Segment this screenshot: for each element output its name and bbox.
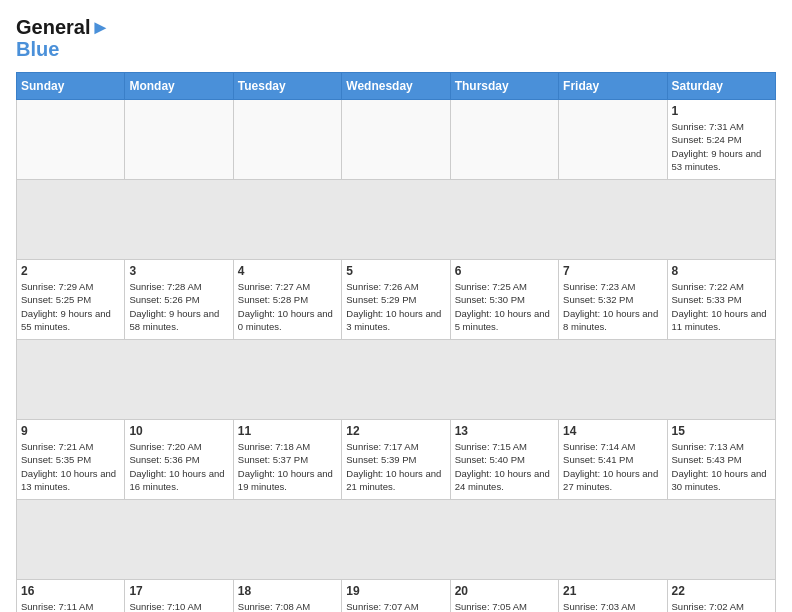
day-info: Sunrise: 7:08 AMSunset: 5:47 PMDaylight:…	[238, 600, 337, 612]
day-number: 6	[455, 264, 554, 278]
calendar-day-cell	[342, 100, 450, 180]
day-info: Sunrise: 7:11 AMSunset: 5:44 PMDaylight:…	[21, 600, 120, 612]
day-info: Sunrise: 7:31 AMSunset: 5:24 PMDaylight:…	[672, 120, 771, 173]
day-number: 1	[672, 104, 771, 118]
day-number: 13	[455, 424, 554, 438]
day-info: Sunrise: 7:22 AMSunset: 5:33 PMDaylight:…	[672, 280, 771, 333]
calendar-day-cell: 3Sunrise: 7:28 AMSunset: 5:26 PMDaylight…	[125, 260, 233, 340]
calendar-day-cell: 21Sunrise: 7:03 AMSunset: 5:51 PMDayligh…	[559, 580, 667, 613]
calendar-day-cell	[559, 100, 667, 180]
calendar-day-cell: 6Sunrise: 7:25 AMSunset: 5:30 PMDaylight…	[450, 260, 558, 340]
day-info: Sunrise: 7:17 AMSunset: 5:39 PMDaylight:…	[346, 440, 445, 493]
calendar-table: SundayMondayTuesdayWednesdayThursdayFrid…	[16, 72, 776, 612]
day-info: Sunrise: 7:15 AMSunset: 5:40 PMDaylight:…	[455, 440, 554, 493]
calendar-body: 1Sunrise: 7:31 AMSunset: 5:24 PMDaylight…	[17, 100, 776, 613]
day-info: Sunrise: 7:14 AMSunset: 5:41 PMDaylight:…	[563, 440, 662, 493]
calendar-day-cell: 22Sunrise: 7:02 AMSunset: 5:52 PMDayligh…	[667, 580, 775, 613]
day-info: Sunrise: 7:21 AMSunset: 5:35 PMDaylight:…	[21, 440, 120, 493]
week-divider-row	[17, 180, 776, 260]
day-number: 15	[672, 424, 771, 438]
weekday-header-cell: Friday	[559, 73, 667, 100]
day-number: 18	[238, 584, 337, 598]
day-number: 19	[346, 584, 445, 598]
calendar-week-row: 1Sunrise: 7:31 AMSunset: 5:24 PMDaylight…	[17, 100, 776, 180]
day-number: 7	[563, 264, 662, 278]
day-info: Sunrise: 7:07 AMSunset: 5:48 PMDaylight:…	[346, 600, 445, 612]
calendar-day-cell: 16Sunrise: 7:11 AMSunset: 5:44 PMDayligh…	[17, 580, 125, 613]
logo-text-line1: General►	[16, 16, 110, 38]
calendar-day-cell: 13Sunrise: 7:15 AMSunset: 5:40 PMDayligh…	[450, 420, 558, 500]
day-number: 9	[21, 424, 120, 438]
day-info: Sunrise: 7:25 AMSunset: 5:30 PMDaylight:…	[455, 280, 554, 333]
day-number: 20	[455, 584, 554, 598]
calendar-day-cell: 10Sunrise: 7:20 AMSunset: 5:36 PMDayligh…	[125, 420, 233, 500]
calendar-day-cell: 19Sunrise: 7:07 AMSunset: 5:48 PMDayligh…	[342, 580, 450, 613]
day-info: Sunrise: 7:13 AMSunset: 5:43 PMDaylight:…	[672, 440, 771, 493]
day-info: Sunrise: 7:28 AMSunset: 5:26 PMDaylight:…	[129, 280, 228, 333]
calendar-day-cell	[233, 100, 341, 180]
day-number: 22	[672, 584, 771, 598]
page-header: General► Blue	[16, 16, 776, 60]
weekday-header-cell: Monday	[125, 73, 233, 100]
day-number: 11	[238, 424, 337, 438]
calendar-day-cell: 1Sunrise: 7:31 AMSunset: 5:24 PMDaylight…	[667, 100, 775, 180]
day-info: Sunrise: 7:02 AMSunset: 5:52 PMDaylight:…	[672, 600, 771, 612]
calendar-day-cell: 5Sunrise: 7:26 AMSunset: 5:29 PMDaylight…	[342, 260, 450, 340]
calendar-day-cell: 14Sunrise: 7:14 AMSunset: 5:41 PMDayligh…	[559, 420, 667, 500]
day-number: 17	[129, 584, 228, 598]
day-info: Sunrise: 7:05 AMSunset: 5:49 PMDaylight:…	[455, 600, 554, 612]
day-number: 12	[346, 424, 445, 438]
day-number: 5	[346, 264, 445, 278]
day-info: Sunrise: 7:18 AMSunset: 5:37 PMDaylight:…	[238, 440, 337, 493]
calendar-day-cell: 20Sunrise: 7:05 AMSunset: 5:49 PMDayligh…	[450, 580, 558, 613]
day-info: Sunrise: 7:10 AMSunset: 5:45 PMDaylight:…	[129, 600, 228, 612]
weekday-header-cell: Tuesday	[233, 73, 341, 100]
day-number: 4	[238, 264, 337, 278]
weekday-header-cell: Saturday	[667, 73, 775, 100]
day-info: Sunrise: 7:27 AMSunset: 5:28 PMDaylight:…	[238, 280, 337, 333]
calendar-day-cell: 4Sunrise: 7:27 AMSunset: 5:28 PMDaylight…	[233, 260, 341, 340]
logo-text-line2: Blue	[16, 38, 110, 60]
calendar-day-cell: 17Sunrise: 7:10 AMSunset: 5:45 PMDayligh…	[125, 580, 233, 613]
calendar-week-row: 2Sunrise: 7:29 AMSunset: 5:25 PMDaylight…	[17, 260, 776, 340]
weekday-header-cell: Thursday	[450, 73, 558, 100]
calendar-week-row: 16Sunrise: 7:11 AMSunset: 5:44 PMDayligh…	[17, 580, 776, 613]
calendar-day-cell: 12Sunrise: 7:17 AMSunset: 5:39 PMDayligh…	[342, 420, 450, 500]
day-number: 3	[129, 264, 228, 278]
day-number: 16	[21, 584, 120, 598]
calendar-day-cell: 15Sunrise: 7:13 AMSunset: 5:43 PMDayligh…	[667, 420, 775, 500]
calendar-day-cell: 18Sunrise: 7:08 AMSunset: 5:47 PMDayligh…	[233, 580, 341, 613]
day-info: Sunrise: 7:20 AMSunset: 5:36 PMDaylight:…	[129, 440, 228, 493]
calendar-day-cell: 8Sunrise: 7:22 AMSunset: 5:33 PMDaylight…	[667, 260, 775, 340]
day-info: Sunrise: 7:03 AMSunset: 5:51 PMDaylight:…	[563, 600, 662, 612]
logo: General► Blue	[16, 16, 110, 60]
calendar-day-cell	[17, 100, 125, 180]
calendar-day-cell: 9Sunrise: 7:21 AMSunset: 5:35 PMDaylight…	[17, 420, 125, 500]
calendar-week-row: 9Sunrise: 7:21 AMSunset: 5:35 PMDaylight…	[17, 420, 776, 500]
week-divider-cell	[17, 340, 776, 420]
calendar-day-cell	[450, 100, 558, 180]
day-number: 21	[563, 584, 662, 598]
day-number: 14	[563, 424, 662, 438]
day-number: 2	[21, 264, 120, 278]
week-divider-cell	[17, 500, 776, 580]
day-info: Sunrise: 7:26 AMSunset: 5:29 PMDaylight:…	[346, 280, 445, 333]
day-number: 8	[672, 264, 771, 278]
weekday-header-row: SundayMondayTuesdayWednesdayThursdayFrid…	[17, 73, 776, 100]
weekday-header-cell: Wednesday	[342, 73, 450, 100]
day-info: Sunrise: 7:29 AMSunset: 5:25 PMDaylight:…	[21, 280, 120, 333]
calendar-day-cell	[125, 100, 233, 180]
week-divider-row	[17, 500, 776, 580]
calendar-day-cell: 2Sunrise: 7:29 AMSunset: 5:25 PMDaylight…	[17, 260, 125, 340]
calendar-day-cell: 7Sunrise: 7:23 AMSunset: 5:32 PMDaylight…	[559, 260, 667, 340]
day-number: 10	[129, 424, 228, 438]
week-divider-row	[17, 340, 776, 420]
calendar-day-cell: 11Sunrise: 7:18 AMSunset: 5:37 PMDayligh…	[233, 420, 341, 500]
day-info: Sunrise: 7:23 AMSunset: 5:32 PMDaylight:…	[563, 280, 662, 333]
week-divider-cell	[17, 180, 776, 260]
weekday-header-cell: Sunday	[17, 73, 125, 100]
